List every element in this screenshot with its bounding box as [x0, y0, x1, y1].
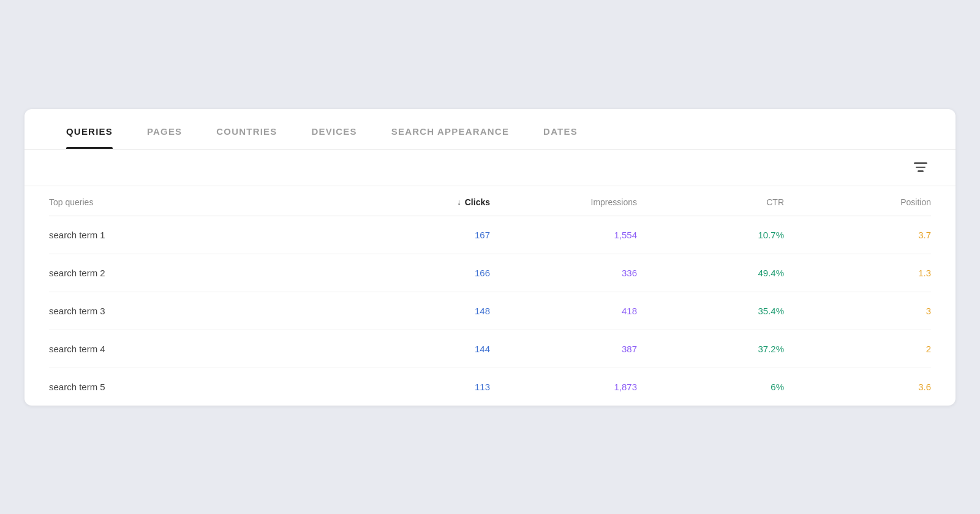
cell-position: 2	[784, 344, 931, 354]
tab-pages[interactable]: PAGES	[130, 109, 199, 149]
col-clicks-label: Clicks	[465, 197, 490, 207]
cell-ctr: 6%	[637, 382, 784, 392]
cell-query: search term 3	[49, 306, 343, 316]
cell-impressions: 336	[490, 268, 637, 278]
cell-query: search term 2	[49, 268, 343, 278]
col-header-impressions[interactable]: Impressions	[490, 197, 637, 207]
sort-arrow-icon: ↓	[457, 197, 461, 206]
cell-position: 1.3	[784, 268, 931, 278]
tab-queries[interactable]: QUERIES	[49, 109, 130, 149]
cell-clicks: 166	[343, 268, 490, 278]
data-table: Top queries ↓ Clicks Impressions CTR Pos…	[24, 186, 956, 406]
cell-ctr: 10.7%	[637, 230, 784, 240]
cell-clicks: 148	[343, 306, 490, 316]
col-header-clicks[interactable]: ↓ Clicks	[343, 197, 490, 207]
table-header: Top queries ↓ Clicks Impressions CTR Pos…	[49, 186, 931, 216]
cell-ctr: 35.4%	[637, 306, 784, 316]
cell-query: search term 4	[49, 344, 343, 354]
cell-impressions: 1,873	[490, 382, 637, 392]
cell-position: 3	[784, 306, 931, 316]
col-header-ctr[interactable]: CTR	[637, 197, 784, 207]
tab-dates[interactable]: DATES	[526, 109, 595, 149]
col-header-query: Top queries	[49, 197, 343, 207]
table-row[interactable]: search term 3 148 418 35.4% 3	[49, 292, 931, 330]
cell-ctr: 49.4%	[637, 268, 784, 278]
table-row[interactable]: search term 1 167 1,554 10.7% 3.7	[49, 216, 931, 254]
cell-ctr: 37.2%	[637, 344, 784, 354]
table-row[interactable]: search term 4 144 387 37.2% 2	[49, 330, 931, 368]
cell-clicks: 113	[343, 382, 490, 392]
cell-clicks: 144	[343, 344, 490, 354]
main-card: QUERIES PAGES COUNTRIES DEVICES SEARCH A…	[24, 109, 956, 406]
table-row[interactable]: search term 2 166 336 49.4% 1.3	[49, 254, 931, 292]
cell-query: search term 5	[49, 382, 343, 392]
tab-bar: QUERIES PAGES COUNTRIES DEVICES SEARCH A…	[24, 109, 956, 149]
col-header-position[interactable]: Position	[784, 197, 931, 207]
tab-countries[interactable]: COUNTRIES	[199, 109, 294, 149]
tab-devices[interactable]: DEVICES	[294, 109, 374, 149]
filter-bar	[24, 149, 956, 186]
cell-clicks: 167	[343, 230, 490, 240]
tab-search-appearance[interactable]: SEARCH APPEARANCE	[374, 109, 526, 149]
cell-impressions: 387	[490, 344, 637, 354]
table-row[interactable]: search term 5 113 1,873 6% 3.6	[49, 368, 931, 406]
filter-button[interactable]	[910, 159, 931, 176]
cell-impressions: 1,554	[490, 230, 637, 240]
cell-position: 3.6	[784, 382, 931, 392]
table-body: search term 1 167 1,554 10.7% 3.7 search…	[49, 216, 931, 406]
cell-position: 3.7	[784, 230, 931, 240]
cell-impressions: 418	[490, 306, 637, 316]
cell-query: search term 1	[49, 230, 343, 240]
